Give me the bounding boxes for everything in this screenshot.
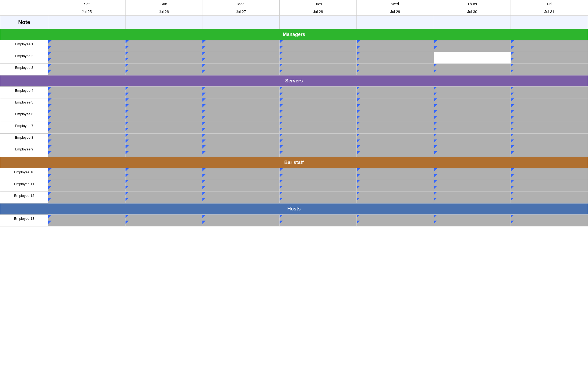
schedule-cell-top[interactable] — [48, 52, 126, 58]
schedule-cell-top[interactable] — [202, 87, 280, 93]
schedule-cell-top[interactable] — [280, 122, 357, 128]
schedule-cell-bottom[interactable] — [511, 174, 588, 180]
schedule-cell-bottom[interactable] — [125, 221, 202, 226]
schedule-cell-bottom[interactable] — [280, 198, 357, 204]
schedule-cell-top[interactable] — [125, 98, 202, 104]
schedule-cell-top[interactable] — [511, 64, 588, 70]
schedule-cell-top[interactable] — [280, 192, 357, 198]
schedule-cell-top[interactable] — [48, 168, 126, 174]
note-cell-5[interactable] — [434, 16, 511, 29]
schedule-cell-bottom[interactable] — [125, 174, 202, 180]
schedule-cell-top[interactable] — [280, 110, 357, 116]
schedule-cell-bottom[interactable] — [280, 104, 357, 110]
schedule-cell-bottom[interactable] — [202, 174, 280, 180]
schedule-cell-top[interactable] — [48, 180, 126, 186]
schedule-cell-top[interactable] — [202, 192, 280, 198]
schedule-cell-bottom[interactable] — [511, 221, 588, 226]
schedule-cell-top[interactable] — [356, 145, 434, 151]
schedule-cell-bottom[interactable] — [280, 70, 357, 75]
schedule-cell-top[interactable] — [511, 180, 588, 186]
schedule-cell-top[interactable] — [202, 40, 280, 46]
schedule-cell-bottom[interactable] — [511, 104, 588, 110]
schedule-cell-bottom[interactable] — [434, 116, 511, 122]
schedule-cell-bottom[interactable] — [434, 93, 511, 98]
schedule-cell-bottom[interactable] — [125, 116, 202, 122]
schedule-cell-top[interactable] — [125, 192, 202, 198]
schedule-cell-bottom[interactable] — [511, 58, 588, 64]
schedule-cell-top[interactable] — [280, 168, 357, 174]
schedule-cell-top[interactable] — [125, 168, 202, 174]
schedule-cell-bottom[interactable] — [356, 116, 434, 122]
schedule-cell-bottom[interactable] — [434, 221, 511, 226]
schedule-cell-top[interactable] — [511, 110, 588, 116]
schedule-cell-bottom[interactable] — [511, 198, 588, 204]
schedule-cell-top[interactable] — [48, 134, 126, 139]
schedule-cell-top[interactable] — [202, 134, 280, 139]
schedule-cell-bottom[interactable] — [280, 186, 357, 192]
schedule-cell-top[interactable] — [434, 215, 511, 221]
schedule-cell-top[interactable] — [125, 180, 202, 186]
schedule-cell-bottom[interactable] — [434, 46, 511, 52]
schedule-cell-bottom[interactable] — [280, 93, 357, 98]
schedule-cell-bottom[interactable] — [434, 198, 511, 204]
schedule-cell-top[interactable] — [202, 180, 280, 186]
schedule-cell-top[interactable] — [125, 52, 202, 58]
schedule-cell-top[interactable] — [48, 98, 126, 104]
schedule-cell-bottom[interactable] — [125, 104, 202, 110]
schedule-cell-bottom[interactable] — [356, 93, 434, 98]
schedule-cell-bottom[interactable] — [434, 70, 511, 75]
schedule-cell-bottom[interactable] — [280, 116, 357, 122]
schedule-cell-bottom[interactable] — [280, 128, 357, 134]
schedule-cell-top[interactable] — [280, 52, 357, 58]
schedule-cell-bottom[interactable] — [280, 221, 357, 226]
schedule-cell-top[interactable] — [434, 168, 511, 174]
schedule-cell-top[interactable] — [511, 134, 588, 139]
schedule-cell-bottom[interactable] — [202, 186, 280, 192]
schedule-cell-top[interactable] — [202, 168, 280, 174]
schedule-cell-bottom[interactable] — [356, 58, 434, 64]
schedule-cell-top[interactable] — [125, 87, 202, 93]
schedule-cell-bottom[interactable] — [434, 58, 511, 64]
schedule-cell-top[interactable] — [356, 168, 434, 174]
schedule-cell-top[interactable] — [356, 40, 434, 46]
schedule-cell-top[interactable] — [434, 180, 511, 186]
schedule-cell-top[interactable] — [356, 134, 434, 139]
schedule-cell-top[interactable] — [48, 40, 126, 46]
schedule-cell-bottom[interactable] — [48, 186, 126, 192]
schedule-cell-top[interactable] — [356, 110, 434, 116]
schedule-cell-bottom[interactable] — [202, 104, 280, 110]
schedule-cell-top[interactable] — [434, 134, 511, 139]
schedule-cell-bottom[interactable] — [202, 46, 280, 52]
schedule-cell-top[interactable] — [280, 87, 357, 93]
schedule-cell-bottom[interactable] — [511, 93, 588, 98]
schedule-cell-bottom[interactable] — [511, 116, 588, 122]
schedule-cell-top[interactable] — [434, 64, 511, 70]
schedule-cell-bottom[interactable] — [202, 198, 280, 204]
schedule-cell-top[interactable] — [125, 40, 202, 46]
schedule-cell-top[interactable] — [511, 192, 588, 198]
schedule-cell-top[interactable] — [511, 98, 588, 104]
schedule-cell-bottom[interactable] — [356, 198, 434, 204]
schedule-cell-bottom[interactable] — [202, 128, 280, 134]
schedule-cell-bottom[interactable] — [356, 128, 434, 134]
schedule-cell-bottom[interactable] — [48, 58, 126, 64]
schedule-cell-top[interactable] — [434, 192, 511, 198]
schedule-cell-top[interactable] — [356, 192, 434, 198]
schedule-cell-top[interactable] — [202, 98, 280, 104]
schedule-cell-top[interactable] — [511, 52, 588, 58]
schedule-cell-top[interactable] — [356, 64, 434, 70]
schedule-cell-top[interactable] — [48, 110, 126, 116]
schedule-cell-bottom[interactable] — [434, 128, 511, 134]
schedule-cell-bottom[interactable] — [202, 70, 280, 75]
schedule-cell-bottom[interactable] — [202, 151, 280, 157]
schedule-cell-bottom[interactable] — [202, 93, 280, 98]
schedule-cell-bottom[interactable] — [280, 174, 357, 180]
schedule-cell-top[interactable] — [511, 215, 588, 221]
schedule-cell-bottom[interactable] — [125, 139, 202, 145]
schedule-cell-top[interactable] — [202, 52, 280, 58]
schedule-cell-top[interactable] — [511, 145, 588, 151]
schedule-cell-top[interactable] — [356, 122, 434, 128]
schedule-cell-bottom[interactable] — [48, 46, 126, 52]
schedule-cell-top[interactable] — [48, 145, 126, 151]
schedule-cell-bottom[interactable] — [48, 174, 126, 180]
